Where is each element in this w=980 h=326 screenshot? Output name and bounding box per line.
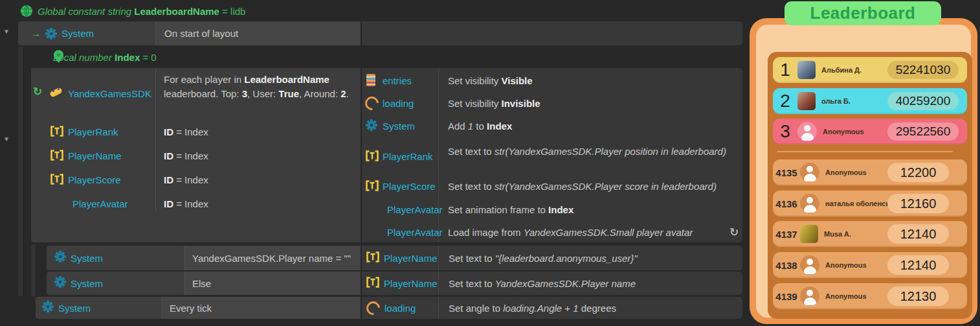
condition-object-cell[interactable]: System bbox=[36, 297, 162, 319]
action-text: Load image from YandexGamesSDK.Small pla… bbox=[448, 227, 693, 238]
condition-row-pick[interactable]: PlayerAvatar ID = Index bbox=[31, 195, 361, 216]
player-name: Альбина Д. bbox=[821, 66, 862, 74]
score-value: 12130 bbox=[900, 289, 937, 304]
action-text: Set visibility Visible bbox=[448, 75, 533, 86]
rank-label: 1 bbox=[773, 60, 797, 80]
actions-area[interactable]: PlayerName Set text to YandexGamesSDK.Pl… bbox=[361, 272, 742, 295]
object-name[interactable]: System bbox=[61, 28, 94, 39]
arrow-right-icon: → bbox=[31, 28, 41, 39]
collapse-triangle-icon[interactable]: ▼ bbox=[3, 136, 10, 143]
actions-area[interactable]: PlayerName Set text to "{leaderboard.ano… bbox=[361, 246, 742, 270]
score-badge: 12200 bbox=[887, 163, 949, 182]
action-object-cell[interactable]: PlayerName bbox=[362, 272, 438, 295]
condition-text: ID = Index bbox=[164, 150, 208, 161]
score-value: 12160 bbox=[900, 196, 937, 211]
action-text-cell[interactable]: Set text to "{leaderboard.anonymous_user… bbox=[438, 246, 742, 270]
score-badge: 29522560 bbox=[887, 122, 959, 141]
object-name[interactable]: YandexGamesSDK bbox=[68, 88, 151, 99]
actions-area[interactable]: loading Set angle to loading.Angle + 1 d… bbox=[361, 297, 742, 319]
conditions-side[interactable]: ↻ YandexGamesSDK For each player in Lead… bbox=[31, 68, 361, 242]
object-name[interactable]: loading bbox=[383, 98, 414, 109]
object-name[interactable]: PlayerScore bbox=[68, 174, 121, 185]
rank-label: 2 bbox=[773, 91, 797, 111]
event-block-anonymous-name: System YandexGamesSDK.Player name = "" P… bbox=[47, 246, 742, 270]
player-name: Musa A. bbox=[824, 230, 851, 238]
action-row[interactable]: PlayerAvatar Load image from YandexGames… bbox=[362, 224, 742, 244]
object-name[interactable]: loading bbox=[384, 303, 416, 314]
action-object-cell[interactable]: PlayerName bbox=[362, 246, 438, 270]
condition-object-cell[interactable]: System bbox=[47, 272, 184, 295]
actions-area-empty[interactable] bbox=[361, 21, 742, 45]
local-variable-declaration[interactable]: Local number Index = 0 bbox=[53, 52, 157, 63]
text-bracket-icon bbox=[366, 251, 379, 265]
condition-text-cell[interactable]: Else bbox=[184, 272, 361, 295]
object-name[interactable]: PlayerName bbox=[68, 150, 122, 161]
loop-icon: ↻ bbox=[33, 85, 42, 99]
score-value: 52241030 bbox=[896, 63, 951, 77]
leaderboard-row: 1 Альбина Д. 52241030 bbox=[773, 57, 967, 83]
condition-text: Else bbox=[192, 278, 211, 289]
score-value: 40259200 bbox=[896, 94, 951, 108]
action-row[interactable]: PlayerScore Set text to str(YandexGamesS… bbox=[362, 178, 742, 198]
avatar bbox=[800, 225, 818, 243]
object-name[interactable]: PlayerAvatar bbox=[72, 198, 128, 209]
global-variable-declaration[interactable]: Global constant string LeaderboardName =… bbox=[38, 6, 245, 17]
object-name[interactable]: System bbox=[71, 278, 103, 289]
action-row[interactable]: PlayerRank Set text to str(YandexGamesSD… bbox=[362, 145, 742, 174]
construct-event-sheet-screen: Global constant string LeaderboardName =… bbox=[0, 0, 980, 326]
condition-row-pick[interactable]: PlayerScore ID = Index bbox=[31, 171, 361, 192]
score-badge: 52241030 bbox=[887, 61, 959, 79]
object-name[interactable]: entries bbox=[383, 75, 412, 86]
object-name[interactable]: System bbox=[71, 253, 103, 264]
player-name: ольга Б. bbox=[821, 97, 851, 105]
action-row[interactable]: System Add 1 to Index bbox=[362, 118, 742, 137]
collapse-triangle-icon[interactable]: ▼ bbox=[3, 29, 10, 35]
rank-label: 4138 bbox=[773, 260, 800, 271]
leaderboard-list-container: 1 Альбина Д. 52241030 2 ольга Б. 4025920… bbox=[768, 52, 972, 319]
rank-label: 4139 bbox=[773, 291, 800, 302]
action-row[interactable]: loading Set visibility Invisible bbox=[362, 95, 742, 115]
condition-object-cell[interactable]: → System bbox=[18, 21, 155, 45]
object-name[interactable]: PlayerRank bbox=[68, 126, 118, 137]
action-object-cell[interactable]: loading bbox=[362, 297, 438, 319]
globe-icon bbox=[20, 5, 33, 20]
action-text: Set angle to loading.Angle + 1 degrees bbox=[449, 303, 616, 314]
condition-row-foreach[interactable]: ↻ YandexGamesSDK For each player in Lead… bbox=[31, 68, 361, 121]
object-name[interactable]: PlayerRank bbox=[383, 151, 433, 162]
rank-label: 4135 bbox=[773, 167, 800, 178]
condition-row-pick[interactable]: PlayerRank ID = Index bbox=[31, 123, 361, 144]
action-text-cell[interactable]: Set text to YandexGamesSDK.Player name bbox=[438, 272, 742, 295]
object-name[interactable]: PlayerScore bbox=[383, 181, 436, 192]
actions-side[interactable]: entries Set visibility Visible loading S… bbox=[361, 68, 742, 242]
ring-icon bbox=[364, 298, 383, 318]
action-text: Set animation frame to Index bbox=[448, 204, 574, 215]
event-block-foreach-player: ↻ YandexGamesSDK For each player in Lead… bbox=[31, 68, 742, 242]
condition-text-cell[interactable]: Every tick bbox=[162, 297, 361, 319]
leaderboard-row: 4137 Musa A. 12140 bbox=[773, 221, 967, 247]
player-name: Anonymous bbox=[823, 128, 864, 135]
action-text: Set visibility Invisible bbox=[448, 98, 540, 109]
object-name[interactable]: PlayerAvatar bbox=[387, 204, 443, 215]
condition-text-cell[interactable]: YandexGamesSDK.Player name = "" bbox=[184, 246, 361, 270]
leaderboard-row: 4138 Anonymous 12140 bbox=[773, 252, 967, 278]
action-row[interactable]: PlayerAvatar Set animation frame to Inde… bbox=[362, 202, 742, 221]
object-name[interactable]: System bbox=[383, 121, 415, 132]
object-name[interactable]: PlayerName bbox=[384, 278, 438, 289]
async-clock-icon: ↻ bbox=[729, 226, 739, 239]
score-badge: 12140 bbox=[887, 224, 949, 244]
player-name: Anonymous bbox=[825, 292, 867, 300]
gear-icon bbox=[54, 276, 66, 290]
rank-label: 4136 bbox=[773, 198, 800, 209]
object-name[interactable]: PlayerName bbox=[384, 253, 438, 264]
object-name[interactable]: System bbox=[58, 303, 91, 314]
gear-icon bbox=[45, 28, 57, 40]
condition-object-cell[interactable]: System bbox=[47, 246, 184, 270]
condition-text-cell[interactable]: On start of layout bbox=[155, 21, 361, 45]
action-text-cell[interactable]: Set angle to loading.Angle + 1 degrees bbox=[438, 297, 742, 319]
condition-text: ID = Index bbox=[164, 126, 208, 137]
object-name[interactable]: PlayerAvatar bbox=[387, 227, 443, 238]
score-value: 29522560 bbox=[896, 124, 951, 139]
condition-row-pick[interactable]: PlayerName ID = Index bbox=[31, 147, 361, 168]
action-row[interactable]: entries Set visibility Visible bbox=[362, 73, 742, 92]
leaderboard-title-tab: Leaderboard bbox=[785, 1, 941, 25]
